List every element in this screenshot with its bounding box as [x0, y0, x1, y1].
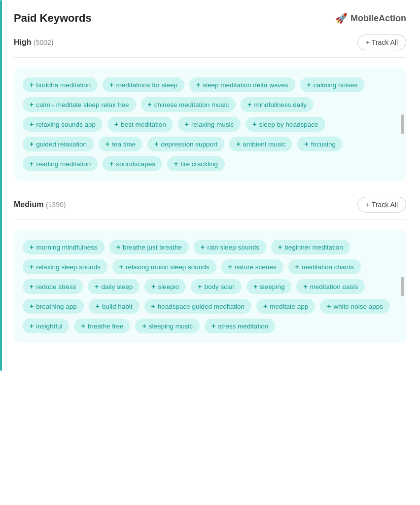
keyword-label: sleep by headspace [259, 121, 318, 128]
left-accent-bar [0, 0, 2, 371]
keyword-tag[interactable]: + calming noises [300, 77, 364, 92]
keyword-label: meditate app [270, 303, 308, 310]
keyword-tag[interactable]: + morning mindfulness [23, 240, 105, 254]
keyword-tag[interactable]: + relaxing sounds app [23, 117, 103, 132]
keyword-label: meditations for sleep [116, 81, 177, 89]
keyword-tag[interactable]: + reduce stress [23, 279, 83, 294]
keyword-label: build habit [102, 303, 133, 310]
keyword-plus-icon: + [154, 140, 158, 148]
keyword-tag[interactable]: + beginner meditation [271, 240, 350, 254]
keyword-tag[interactable]: + sleeping music [135, 319, 199, 333]
keyword-tag[interactable]: + build habit [89, 299, 140, 314]
keyword-label: daily sleep [101, 283, 133, 290]
keyword-tag[interactable]: + sleepio [144, 279, 186, 294]
section-title-medium: Medium (1390) [14, 200, 66, 209]
keyword-plus-icon: + [119, 263, 123, 271]
keywords-container-high: + buddha meditation + meditations for sl… [23, 77, 397, 171]
keyword-plus-icon: + [116, 243, 120, 251]
keyword-plus-icon: + [30, 120, 34, 128]
keyword-tag[interactable]: + calm - meditate sleep relax free [23, 97, 136, 112]
keywords-area-medium: + morning mindfulness + breathe just bre… [14, 230, 406, 343]
brand-logo: 🚀 MobileAction [335, 12, 406, 24]
keyword-tag[interactable]: + sleep by headspace [245, 117, 325, 132]
keyword-plus-icon: + [30, 322, 34, 330]
keyword-label: fire crackling [180, 160, 218, 168]
keyword-label: calming noises [314, 81, 357, 89]
keyword-plus-icon: + [105, 140, 109, 148]
keyword-tag[interactable]: + meditation oasis [296, 279, 365, 294]
keyword-plus-icon: + [303, 283, 307, 290]
keyword-tag[interactable]: + breathing app [23, 299, 84, 314]
keyword-label: sleeping [260, 283, 284, 290]
keyword-label: reduce stress [36, 283, 76, 290]
keyword-tag[interactable]: + fire crackling [167, 156, 225, 171]
keyword-tag[interactable]: + ambient music [229, 137, 292, 151]
keywords-container-medium: + morning mindfulness + breathe just bre… [23, 240, 397, 333]
keyword-plus-icon: + [185, 120, 189, 128]
keyword-plus-icon: + [236, 140, 240, 148]
keyword-tag[interactable]: + meditation chants [288, 259, 361, 274]
keyword-label: soundscapes [116, 160, 155, 168]
keyword-label: morning mindfulness [36, 244, 98, 251]
keyword-label: depression support [161, 141, 217, 148]
keyword-tag[interactable]: + tea time [99, 137, 142, 151]
keyword-label: relaxing sounds app [36, 121, 96, 128]
keyword-tag[interactable]: + reading meditation [23, 156, 98, 171]
keyword-plus-icon: + [211, 322, 215, 330]
keyword-plus-icon: + [30, 283, 34, 290]
keyword-tag[interactable]: + mindfullness daily [241, 97, 314, 112]
keyword-tag[interactable]: + nature scenes [221, 259, 283, 274]
keyword-tag[interactable]: + daily sleep [88, 279, 140, 294]
keyword-plus-icon: + [109, 81, 113, 89]
section-header-high: High (5002) + Track All [14, 35, 406, 50]
page-container: Paid Keywords 🚀 MobileAction High (5002)… [0, 0, 420, 371]
keyword-label: beginner meditation [284, 244, 343, 251]
brand-icon: 🚀 [335, 12, 348, 24]
keyword-plus-icon: + [198, 283, 202, 290]
track-all-button-high[interactable]: + Track All [357, 35, 406, 50]
keyword-tag[interactable]: + meditations for sleep [103, 77, 184, 92]
keyword-plus-icon: + [295, 263, 299, 271]
track-all-button-medium[interactable]: + Track All [357, 197, 406, 213]
keyword-tag[interactable]: + focusing [297, 137, 342, 151]
keyword-plus-icon: + [30, 101, 34, 108]
keyword-tag[interactable]: + relaxing music sleep sounds [112, 259, 216, 274]
keyword-label: breathing app [36, 303, 77, 310]
keyword-plus-icon: + [247, 101, 251, 108]
keyword-tag[interactable]: + relaxing music [178, 117, 241, 132]
keyword-tag[interactable]: + buddha meditation [23, 77, 98, 92]
keyword-tag[interactable]: + white noise apps [320, 299, 390, 314]
keyword-tag[interactable]: + guided relaxation [23, 137, 94, 151]
keyword-tag[interactable]: + breathe just breathe [109, 240, 189, 254]
keyword-label: meditation oasis [310, 283, 358, 290]
keyword-tag[interactable]: + sleep meditation delta waves [189, 77, 295, 92]
keyword-label: relaxing music [191, 121, 234, 128]
keyword-plus-icon: + [196, 81, 200, 89]
keyword-tag[interactable]: + headspace guided meditation [144, 299, 252, 314]
section-count-high: (5002) [34, 38, 53, 46]
keyword-tag[interactable]: + rain sleep sounds [194, 240, 266, 254]
keyword-plus-icon: + [278, 243, 282, 251]
keyword-label: body scan [204, 283, 235, 290]
keyword-tag[interactable]: + soundscapes [103, 156, 162, 171]
keyword-plus-icon: + [81, 322, 85, 330]
keyword-tag[interactable]: + chinese meditation music [141, 97, 236, 112]
keyword-label: nature scenes [235, 263, 277, 271]
keyword-plus-icon: + [228, 263, 232, 271]
keyword-plus-icon: + [114, 120, 118, 128]
keyword-tag[interactable]: + sleeping [246, 279, 291, 294]
keyword-label: headspace guided meditation [158, 303, 245, 310]
section-header-medium: Medium (1390) + Track All [14, 197, 406, 213]
keyword-plus-icon: + [30, 243, 34, 251]
keyword-tag[interactable]: + meditate app [256, 299, 315, 314]
keyword-tag[interactable]: + breathe free [74, 319, 130, 333]
keyword-tag[interactable]: + insightful [23, 319, 69, 333]
keyword-label: rain sleep sounds [207, 244, 259, 251]
keyword-label: guided relaxation [36, 141, 87, 148]
keyword-tag[interactable]: + depression support [147, 137, 224, 151]
keyword-tag[interactable]: + stress meditation [205, 319, 275, 333]
keyword-tag[interactable]: + body scan [191, 279, 242, 294]
keyword-tag[interactable]: + relaxing sleep sounds [23, 259, 107, 274]
keyword-tag[interactable]: + best meditation [107, 117, 173, 132]
keyword-plus-icon: + [30, 302, 34, 310]
